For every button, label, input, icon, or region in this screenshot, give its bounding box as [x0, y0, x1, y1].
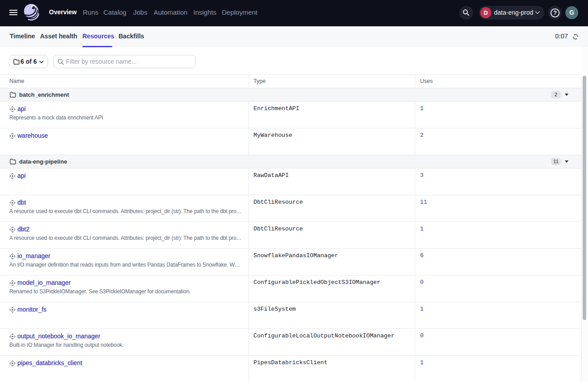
svg-text:?: ?	[553, 10, 557, 16]
